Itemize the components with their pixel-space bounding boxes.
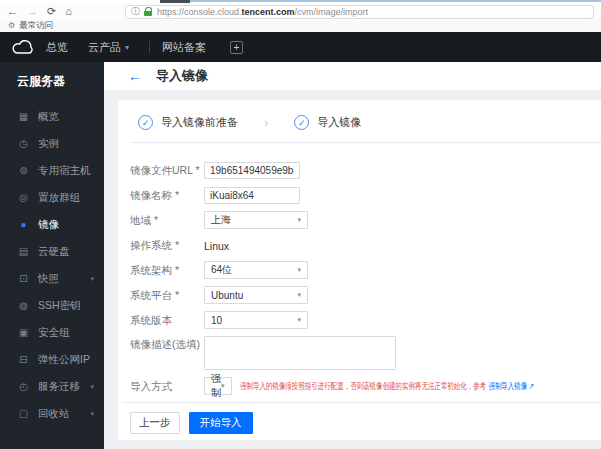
browser-forward-icon[interactable]: →	[27, 3, 38, 20]
url-text: https://console.cloud.tencent.com/cvm/im…	[157, 7, 368, 17]
sidebar-item-security-groups[interactable]: ▣ 安全组	[0, 319, 104, 346]
chevron-down-icon: ▾	[297, 316, 301, 324]
sidebar-item-ssh-keys[interactable]: ◍ SSH密钥	[0, 292, 104, 319]
browser-back-icon[interactable]: ←	[7, 3, 18, 20]
field-label: 导入方式	[130, 378, 204, 394]
step-label: 导入镜像前准备	[161, 115, 238, 130]
form-row-description: 镜像描述(选填)	[130, 336, 601, 370]
chevron-down-icon: ▾	[297, 216, 301, 224]
select-value: 上海	[211, 213, 231, 227]
sidebar-item-label: 概览	[38, 110, 59, 124]
sidebar-item-cloud-disks[interactable]: ▤ 云硬盘	[0, 238, 104, 265]
region-select[interactable]: 上海 ▾	[204, 211, 308, 229]
divider	[122, 402, 601, 403]
field-label: 镜像名称 *	[130, 187, 204, 203]
import-form: 镜像文件URL * 镜像名称 * 地域 * 上海 ▾	[118, 143, 601, 395]
version-select[interactable]: 10 ▾	[204, 311, 308, 329]
previous-step-button[interactable]: 上一步	[130, 412, 180, 434]
back-arrow-button[interactable]: ←	[128, 68, 142, 84]
sidebar: 云服务器 ▦ 概览 ◷ 实例 ⊜ 专用宿主机 ◎ 置放群组	[0, 62, 104, 449]
browser-tab-fragment	[160, 0, 190, 3]
ssl-lock-icon	[144, 7, 152, 16]
sidebar-item-label: 专用宿主机	[38, 164, 91, 178]
sidebar-item-overview[interactable]: ▦ 概览	[0, 103, 104, 130]
chevron-down-icon: ▾	[297, 266, 301, 274]
browser-home-icon[interactable]: ⌂	[65, 3, 72, 20]
sidebar-item-snapshots[interactable]: ⊡ 快照 ▾	[0, 265, 104, 292]
field-label: 地域 *	[130, 212, 204, 228]
page-header: ← 导入镜像	[104, 62, 601, 90]
form-row-image-url: 镜像文件URL *	[130, 161, 601, 179]
bookmark-most-visited[interactable]: 最常访问	[19, 20, 53, 32]
sidebar-item-placement-groups[interactable]: ◎ 置放群组	[0, 184, 104, 211]
chevron-down-icon: ▾	[297, 291, 301, 299]
page-info-icon[interactable]: ⓘ	[131, 5, 140, 18]
ssh-key-icon: ◍	[17, 300, 30, 311]
url-domain: tencent.com	[241, 7, 294, 17]
tencent-cloud-logo-icon[interactable]	[0, 40, 46, 55]
placement-group-icon: ◎	[17, 192, 30, 203]
topnav-products-label: 云产品	[88, 40, 121, 55]
sidebar-item-dedicated-hosts[interactable]: ⊜ 专用宿主机	[0, 157, 104, 184]
chevron-down-icon: ▾	[90, 383, 94, 391]
sidebar-item-recycle-bin[interactable]: ▢ 回收站 ▾	[0, 400, 104, 427]
field-label: 镜像文件URL *	[130, 162, 204, 178]
check-circle-icon: ✓	[138, 115, 153, 130]
sidebar-item-label: 云硬盘	[38, 245, 70, 259]
add-shortcut-button[interactable]: +	[230, 41, 243, 54]
os-value: Linux	[204, 238, 229, 252]
topnav-overview[interactable]: 总览	[46, 40, 68, 55]
chevron-down-icon: ▾	[125, 43, 129, 52]
chevron-down-icon: ▾	[221, 382, 225, 390]
field-label: 系统架构 *	[130, 262, 204, 278]
platform-select[interactable]: Ubuntu ▾	[204, 286, 308, 304]
sidebar-item-service-migration[interactable]: ◴ 服务迁移 ▾	[0, 373, 104, 400]
topnav-divider	[149, 41, 150, 53]
snapshot-icon: ⊡	[17, 273, 30, 284]
migration-icon: ◴	[17, 381, 30, 392]
sidebar-menu: ▦ 概览 ◷ 实例 ⊜ 专用宿主机 ◎ 置放群组 ● 镜像	[0, 103, 104, 427]
chevron-down-icon: ▾	[90, 410, 94, 418]
form-actions: 上一步 开始导入	[118, 412, 601, 434]
step-import: ✓ 导入镜像	[294, 115, 361, 130]
step-arrow-icon: ›	[264, 115, 268, 130]
external-link-icon[interactable]: ↗	[528, 381, 533, 391]
image-name-input[interactable]	[204, 187, 300, 204]
import-mode-select[interactable]: 强制 ▾	[204, 377, 232, 395]
step-indicator: ✓ 导入镜像前准备 › ✓ 导入镜像	[118, 100, 601, 142]
url-path: /cvm/image/import	[294, 7, 368, 17]
start-import-button[interactable]: 开始导入	[189, 412, 253, 434]
sidebar-item-label: 服务迁移	[38, 380, 80, 394]
main-panel: ← 导入镜像 ✓ 导入镜像前准备 › ✓ 导入镜像	[104, 62, 601, 449]
page-title: 导入镜像	[156, 67, 208, 85]
step-prepare: ✓ 导入镜像前准备	[138, 115, 238, 130]
form-row-os: 操作系统 * Linux	[130, 236, 601, 254]
browser-reload-icon[interactable]: ⟳	[47, 3, 56, 20]
sidebar-item-label: 镜像	[38, 218, 59, 232]
screen: ← → ⟳ ⌂ ⓘ https://console.cloud.tencent.…	[0, 0, 601, 449]
overview-icon: ▦	[17, 111, 30, 122]
sidebar-item-images[interactable]: ● 镜像	[0, 211, 104, 238]
disk-icon: ▤	[17, 246, 30, 257]
sidebar-item-instances[interactable]: ◷ 实例	[0, 130, 104, 157]
force-import-doc-link[interactable]: 强制导入镜像	[488, 380, 527, 393]
content-area: 云服务器 ▦ 概览 ◷ 实例 ⊜ 专用宿主机 ◎ 置放群组	[0, 62, 601, 449]
instances-icon: ◷	[17, 138, 30, 149]
field-label: 操作系统 *	[130, 237, 204, 253]
bookmarks-bar: ⚙ 最常访问	[0, 20, 601, 32]
warning-text: 强制导入的镜像须按照指引进行配置，否则该镜像创建的实例将无法正常初始化，参考	[240, 380, 486, 393]
description-textarea[interactable]	[204, 336, 396, 370]
arch-select[interactable]: 64位 ▾	[204, 261, 308, 279]
topnav-products[interactable]: 云产品 ▾	[88, 40, 129, 55]
topnav-beian[interactable]: 网站备案	[162, 40, 206, 55]
address-bar[interactable]: ⓘ https://console.cloud.tencent.com/cvm/…	[125, 5, 594, 19]
import-mode-warning: 强制导入的镜像须按照指引进行配置，否则该镜像创建的实例将无法正常初始化，参考 强…	[240, 380, 534, 393]
sidebar-item-label: SSH密钥	[38, 299, 81, 313]
dedicated-host-icon: ⊜	[17, 165, 30, 176]
sidebar-item-eip[interactable]: ⊟ 弹性公网IP	[0, 346, 104, 373]
console-topnav: 总览 云产品 ▾ 网站备案 +	[0, 32, 601, 62]
image-url-input[interactable]	[204, 162, 300, 179]
form-row-import-mode: 导入方式 强制 ▾ 强制导入的镜像须按照指引进行配置，否则该镜像创建的实例将无法…	[130, 377, 601, 395]
step-label: 导入镜像	[317, 115, 361, 130]
field-label: 镜像描述(选填)	[130, 336, 204, 352]
